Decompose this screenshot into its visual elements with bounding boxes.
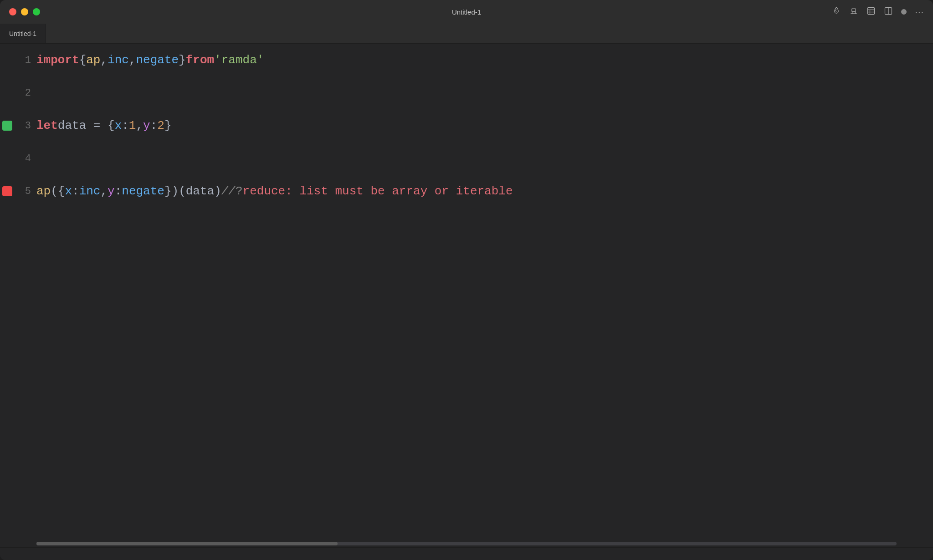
prop-y-5: y [108, 175, 115, 208]
comma-3: , [136, 109, 143, 142]
svg-rect-1 [868, 7, 875, 14]
colon-5-2: : [115, 175, 122, 208]
traffic-lights [9, 8, 40, 15]
fn-negate-1: negate [136, 44, 179, 76]
scrollbar-track[interactable] [36, 542, 897, 545]
space-4: data = { [58, 109, 115, 142]
titlebar: Untitled-1 [0, 0, 933, 24]
scrollbar-area [0, 540, 933, 547]
line-number-1: 1 [25, 44, 33, 76]
prop-x-3: x [115, 109, 122, 142]
line-numbers: 1 2 3 4 5 [25, 44, 33, 208]
tab-untitled[interactable]: Untitled-1 [0, 24, 46, 43]
line-number-5: 5 [25, 175, 33, 208]
layout-icon[interactable] [866, 6, 876, 18]
code-line-2 [36, 76, 933, 109]
gutter: 1 2 3 4 5 [0, 44, 36, 540]
close-button[interactable] [9, 8, 16, 15]
keyword-import: import [36, 44, 79, 76]
line-indicator-2 [0, 76, 15, 109]
prop-y-3: y [143, 109, 150, 142]
num-1: 1 [129, 109, 136, 142]
colon-1: : [122, 109, 129, 142]
status-dot [901, 9, 907, 15]
punct-5-2: }) [164, 175, 179, 208]
flame-icon[interactable] [832, 6, 841, 18]
split-icon[interactable] [884, 6, 893, 18]
breakpoint-green[interactable] [2, 121, 12, 131]
empty-line-4 [36, 142, 44, 175]
line-number-4: 4 [25, 142, 33, 175]
breakpoint-red[interactable] [2, 186, 12, 196]
error-message: reduce: list must be array or iterable [243, 175, 513, 208]
string-ramda: 'ramda' [214, 44, 264, 76]
punct-close-brace-1: } [179, 44, 186, 76]
line-indicators [0, 44, 15, 208]
code-line-1: import { ap , inc , negate } from 'ramda… [36, 44, 933, 76]
tab-bar: Untitled-1 [0, 24, 933, 44]
line-number-2: 2 [25, 76, 33, 109]
maximize-button[interactable] [33, 8, 40, 15]
window-title: Untitled-1 [452, 8, 481, 16]
punct-comma-1: , [100, 44, 108, 76]
vertical-scrollbar[interactable] [927, 44, 933, 533]
fn-negate-5: negate [122, 175, 164, 208]
toolbar-right: ··· [832, 6, 924, 18]
keyword-let: let [36, 109, 58, 142]
fn-ap-1: ap [86, 44, 100, 76]
colon-2: : [150, 109, 158, 142]
scrollbar-thumb[interactable] [36, 542, 338, 545]
line-number-3: 3 [25, 109, 33, 142]
punct-open-brace-1: { [79, 44, 87, 76]
broadcast-icon[interactable] [849, 6, 858, 18]
line-indicator-5 [0, 175, 15, 208]
code-line-5: ap ({ x : inc , y : negate }) (data) // … [36, 175, 933, 208]
keyword-from: from [186, 44, 214, 76]
fn-inc-5: inc [79, 175, 101, 208]
prop-x-5: x [65, 175, 72, 208]
editor-content: 1 2 3 4 5 import { [0, 44, 933, 540]
question-mark: ? [236, 175, 243, 208]
punct-comma-2: , [129, 44, 136, 76]
space-6: } [164, 109, 172, 142]
editor-window: Untitled-1 [0, 0, 933, 560]
svg-rect-0 [852, 9, 856, 12]
comma-5-1: , [100, 175, 108, 208]
fn-ap-5: ap [36, 175, 51, 208]
empty-line-2 [36, 76, 44, 109]
line-indicator-4 [0, 142, 15, 175]
data-call: (data) [179, 175, 221, 208]
code-area: import { ap , inc , negate } from 'ramda… [36, 44, 933, 540]
fn-inc-1: inc [108, 44, 129, 76]
tab-label: Untitled-1 [9, 30, 36, 37]
line-indicator-1 [0, 44, 15, 76]
more-icon[interactable]: ··· [915, 7, 924, 17]
code-line-3: let data = { x : 1 , y : 2 } [36, 109, 933, 142]
punct-5-1: ({ [51, 175, 65, 208]
code-line-4 [36, 142, 933, 175]
colon-5-1: : [72, 175, 79, 208]
minimize-button[interactable] [21, 8, 28, 15]
num-2: 2 [157, 109, 164, 142]
comment-5: // [221, 175, 236, 208]
statusbar [0, 547, 933, 560]
line-indicator-3 [0, 109, 15, 142]
